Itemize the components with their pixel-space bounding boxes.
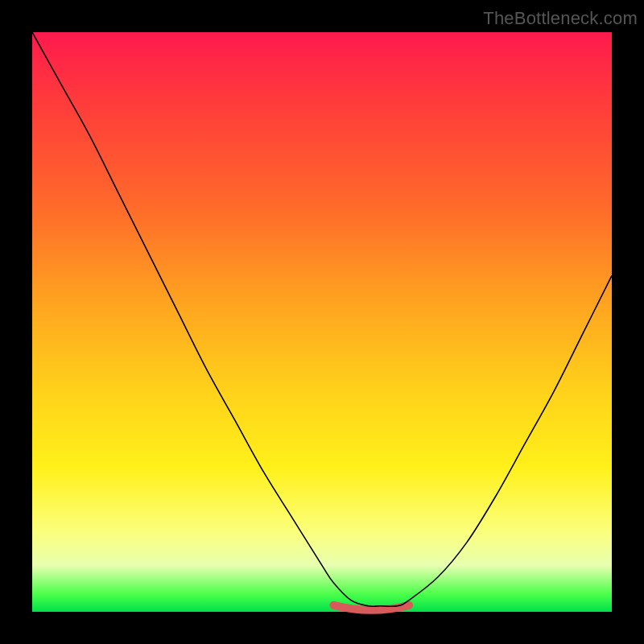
bottleneck-curve (32, 32, 612, 606)
watermark-label: TheBottleneck.com (483, 8, 638, 29)
chart-plot-area (32, 32, 612, 612)
